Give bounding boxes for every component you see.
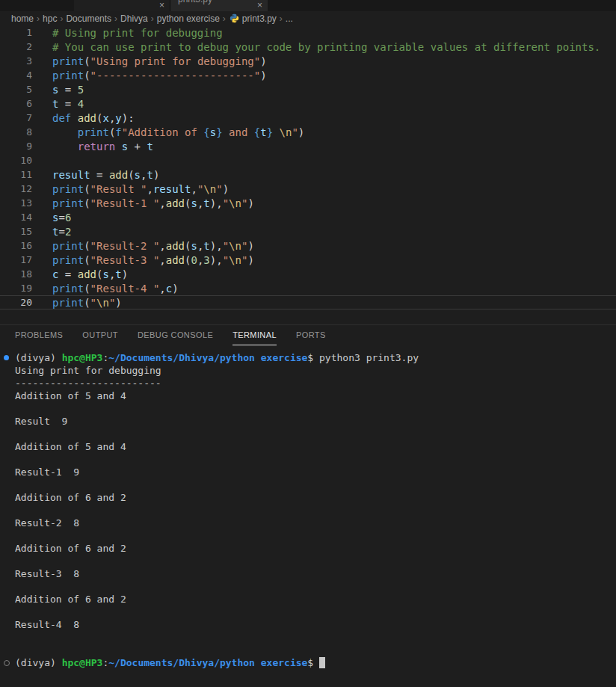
code-text: return s + t bbox=[32, 141, 153, 153]
code-line[interactable]: 5s = 5 bbox=[0, 82, 616, 96]
command-placeholder-icon[interactable] bbox=[4, 660, 10, 666]
code-line[interactable]: 3print("Using print for debugging") bbox=[0, 54, 616, 68]
line-number: 5 bbox=[0, 84, 32, 95]
line-number: 14 bbox=[0, 212, 32, 223]
code-text: def add(x,y): bbox=[32, 112, 135, 124]
line-number: 11 bbox=[0, 169, 32, 180]
line-number: 4 bbox=[0, 70, 32, 81]
code-line[interactable]: 11result = add(s,t) bbox=[0, 167, 616, 182]
terminal-line: Result-1 9 bbox=[15, 466, 616, 478]
code-line[interactable]: 19print("Result-4 ",c) bbox=[0, 281, 616, 295]
terminal-line bbox=[15, 631, 616, 644]
panel-tab-terminal[interactable]: TERMINAL bbox=[232, 325, 277, 345]
code-text: result = add(s,t) bbox=[32, 169, 159, 181]
code-line[interactable]: 10 bbox=[0, 153, 616, 167]
code-text: # Using print for debugging bbox=[32, 27, 223, 39]
code-text: c = add(s,t) bbox=[32, 268, 128, 280]
close-icon[interactable]: × bbox=[257, 0, 262, 11]
terminal-line: Addition of 6 and 2 bbox=[15, 593, 616, 606]
terminal-line: Addition of 6 and 2 bbox=[15, 542, 616, 555]
line-number: 2 bbox=[0, 41, 32, 52]
code-line[interactable]: 20print("\n") bbox=[0, 295, 616, 309]
terminal-line: Addition of 5 and 4 bbox=[15, 389, 616, 402]
code-line[interactable]: 18c = add(s,t) bbox=[0, 267, 616, 281]
code-line[interactable]: 8 print(f"Addition of {s} and {t} \n") bbox=[0, 125, 616, 139]
panel-tab-ports[interactable]: PORTS bbox=[296, 325, 326, 345]
terminal-line: Addition of 5 and 4 bbox=[15, 440, 616, 453]
code-text: print("-------------------------") bbox=[32, 70, 267, 81]
terminal-line: ------------------------- bbox=[15, 377, 616, 389]
breadcrumb-separator: › bbox=[37, 13, 40, 24]
python-file-icon bbox=[230, 13, 239, 23]
terminal-line bbox=[15, 606, 616, 618]
code-text: s=6 bbox=[32, 212, 71, 224]
terminal-line: Result 9 bbox=[15, 415, 616, 428]
terminal-line bbox=[15, 529, 616, 542]
code-line[interactable]: 4print("-------------------------") bbox=[0, 68, 616, 82]
panel-tab-debug-console[interactable]: DEBUG CONSOLE bbox=[138, 325, 213, 345]
code-editor[interactable]: 1# Using print for debugging2# You can u… bbox=[0, 25, 616, 324]
code-text: print("Result-3 ",add(0,3),"\n") bbox=[32, 254, 254, 266]
vscode-window: ×print3.py× home›hpc›Documents›Dhivya›py… bbox=[0, 0, 616, 669]
close-icon[interactable]: × bbox=[159, 0, 164, 11]
terminal-line bbox=[15, 644, 616, 656]
breadcrumb-item[interactable]: print3.py bbox=[242, 13, 277, 24]
code-text: t=2 bbox=[32, 226, 71, 238]
breadcrumb-separator: › bbox=[280, 13, 283, 24]
code-line[interactable]: 1# Using print for debugging bbox=[0, 25, 616, 40]
code-line[interactable]: 16print("Result-2 ",add(s,t),"\n") bbox=[0, 238, 616, 253]
breadcrumb-item[interactable]: Dhivya bbox=[120, 13, 148, 24]
breadcrumb-separator: › bbox=[223, 13, 226, 24]
breadcrumb-item[interactable]: ... bbox=[286, 13, 293, 24]
terminal-line bbox=[15, 504, 616, 517]
code-line[interactable]: 7def add(x,y): bbox=[0, 111, 616, 125]
code-line[interactable]: 13print("Result-1 ",add(s,t),"\n") bbox=[0, 196, 616, 210]
line-number: 7 bbox=[0, 112, 32, 123]
terminal-line: Result-2 8 bbox=[15, 517, 616, 529]
code-text: print(f"Addition of {s} and {t} \n") bbox=[32, 126, 304, 138]
code-text: s = 5 bbox=[32, 84, 84, 96]
terminal-line bbox=[15, 555, 616, 567]
breadcrumb-separator: › bbox=[60, 13, 63, 24]
code-line[interactable]: 14s=6 bbox=[0, 210, 616, 224]
code-text: print("Using print for debugging") bbox=[32, 55, 267, 67]
command-decoration-icon[interactable] bbox=[4, 355, 9, 360]
editor-tab-label: print3.py bbox=[178, 0, 212, 4]
editor-tab[interactable]: × bbox=[74, 0, 170, 11]
code-text: print("\n") bbox=[32, 297, 122, 309]
terminal-line: Result-4 8 bbox=[15, 618, 616, 631]
code-text: print("Result-1 ",add(s,t),"\n") bbox=[32, 197, 254, 209]
panel-tab-output[interactable]: OUTPUT bbox=[82, 325, 118, 345]
breadcrumb-separator: › bbox=[114, 13, 117, 24]
code-line[interactable]: 9 return s + t bbox=[0, 139, 616, 153]
breadcrumb: home›hpc›Documents›Dhivya›python exercis… bbox=[0, 11, 616, 25]
panel-tab-problems[interactable]: PROBLEMS bbox=[15, 325, 63, 345]
line-number: 9 bbox=[0, 141, 32, 152]
code-text: print("Result-4 ",c) bbox=[32, 283, 179, 295]
line-number: 12 bbox=[0, 183, 32, 194]
breadcrumb-item[interactable]: home bbox=[11, 13, 34, 24]
terminal-line: (divya) hpc@HP3:~/Documents/Dhivya/pytho… bbox=[15, 656, 616, 669]
code-line[interactable]: 15t=2 bbox=[0, 224, 616, 238]
line-number: 19 bbox=[0, 283, 32, 294]
editor-tab[interactable]: print3.py× bbox=[170, 0, 268, 11]
code-line[interactable]: 17print("Result-3 ",add(0,3),"\n") bbox=[0, 253, 616, 267]
breadcrumb-item[interactable]: python exercise bbox=[157, 13, 220, 24]
terminal[interactable]: (divya) hpc@HP3:~/Documents/Dhivya/pytho… bbox=[0, 345, 616, 669]
code-text: t = 4 bbox=[32, 98, 84, 110]
terminal-cursor bbox=[319, 657, 325, 668]
line-number: 3 bbox=[0, 55, 32, 67]
line-number: 6 bbox=[0, 98, 32, 109]
breadcrumb-item[interactable]: hpc bbox=[43, 13, 57, 24]
line-number: 1 bbox=[0, 27, 32, 38]
panel-tab-bar: PROBLEMSOUTPUTDEBUG CONSOLETERMINALPORTS bbox=[0, 324, 616, 345]
code-text: print("Result-2 ",add(s,t),"\n") bbox=[32, 240, 254, 252]
line-number: 13 bbox=[0, 197, 32, 209]
code-text: # You can use print to debug your code b… bbox=[32, 41, 600, 53]
breadcrumb-item[interactable]: Documents bbox=[66, 13, 111, 24]
code-line[interactable]: 6t = 4 bbox=[0, 96, 616, 111]
code-line[interactable]: 12print("Result ",result,"\n") bbox=[0, 182, 616, 196]
code-line[interactable]: 2# You can use print to debug your code … bbox=[0, 40, 616, 54]
line-number: 15 bbox=[0, 226, 32, 237]
line-number: 8 bbox=[0, 126, 32, 138]
